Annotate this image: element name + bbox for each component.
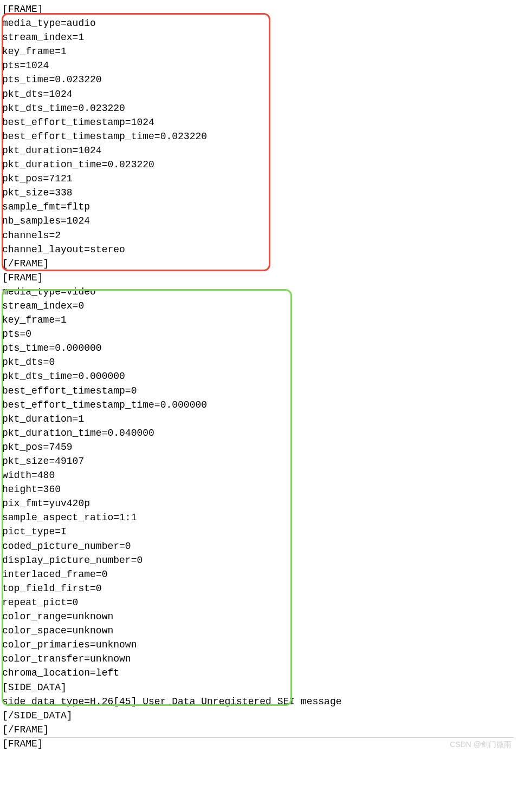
video-color-space: color_space=unknown: [2, 624, 516, 638]
video-height: height=360: [2, 482, 516, 496]
video-media-type: media_type=video: [2, 285, 516, 299]
video-color-transfer: color_transfer=unknown: [2, 652, 516, 666]
frame-open-tag-2: [FRAME]: [2, 271, 516, 285]
side-data-open-tag: [SIDE_DATA]: [2, 680, 516, 695]
audio-pkt-dts-time: pkt_dts_time=0.023220: [2, 101, 516, 115]
video-stream-index: stream_index=0: [2, 299, 516, 313]
audio-pkt-pos: pkt_pos=7121: [2, 172, 516, 186]
audio-pkt-size: pkt_size=338: [2, 186, 516, 200]
audio-pkt-dts: pkt_dts=1024: [2, 87, 516, 101]
video-coded-picture-number: coded_picture_number=0: [2, 539, 516, 553]
audio-best-effort-timestamp-time: best_effort_timestamp_time=0.023220: [2, 129, 516, 143]
video-pkt-dts-time: pkt_dts_time=0.000000: [2, 369, 516, 383]
audio-channels: channels=2: [2, 228, 516, 243]
video-top-field-first: top_field_first=0: [2, 581, 516, 595]
video-pkt-duration: pkt_duration=1: [2, 412, 516, 426]
audio-media-type: media_type=audio: [2, 16, 516, 30]
video-interlaced-frame: interlaced_frame=0: [2, 567, 516, 581]
audio-sample-fmt: sample_fmt=fltp: [2, 200, 516, 214]
bottom-divider: [4, 737, 514, 738]
audio-key-frame: key_frame=1: [2, 44, 516, 58]
video-pkt-pos: pkt_pos=7459: [2, 440, 516, 454]
frame-open-tag-3: [FRAME]: [2, 737, 516, 751]
video-color-primaries: color_primaries=unknown: [2, 638, 516, 652]
video-sample-aspect-ratio: sample_aspect_ratio=1:1: [2, 510, 516, 525]
video-best-effort-timestamp-time: best_effort_timestamp_time=0.000000: [2, 398, 516, 412]
video-pkt-size: pkt_size=49107: [2, 454, 516, 468]
video-color-range: color_range=unknown: [2, 610, 516, 624]
audio-pkt-duration: pkt_duration=1024: [2, 143, 516, 158]
video-repeat-pict: repeat_pict=0: [2, 595, 516, 610]
video-width: width=480: [2, 468, 516, 482]
audio-stream-index: stream_index=1: [2, 30, 516, 44]
video-pix-fmt: pix_fmt=yuv420p: [2, 496, 516, 510]
video-pts: pts=0: [2, 327, 516, 341]
video-display-picture-number: display_picture_number=0: [2, 553, 516, 567]
audio-channel-layout: channel_layout=stereo: [2, 243, 516, 257]
frame-open-tag: [FRAME]: [2, 2, 516, 16]
frame-close-tag-2: [/FRAME]: [2, 723, 516, 737]
frame-close-tag: [/FRAME]: [2, 257, 516, 271]
video-chroma-location: chroma_location=left: [2, 666, 516, 680]
video-pkt-dts: pkt_dts=0: [2, 355, 516, 369]
side-data-type: side_data_type=H.26[45] User Data Unregi…: [2, 695, 516, 709]
audio-best-effort-timestamp: best_effort_timestamp=1024: [2, 115, 516, 129]
audio-pts-time: pts_time=0.023220: [2, 73, 516, 87]
side-data-close-tag: [/SIDE_DATA]: [2, 709, 516, 723]
video-pts-time: pts_time=0.000000: [2, 341, 516, 355]
video-key-frame: key_frame=1: [2, 313, 516, 327]
video-pkt-duration-time: pkt_duration_time=0.040000: [2, 426, 516, 440]
video-best-effort-timestamp: best_effort_timestamp=0: [2, 384, 516, 398]
video-pict-type: pict_type=I: [2, 525, 516, 539]
audio-pts: pts=1024: [2, 58, 516, 73]
watermark-text: CSDN @剑门微雨: [450, 739, 511, 750]
audio-pkt-duration-time: pkt_duration_time=0.023220: [2, 158, 516, 172]
audio-nb-samples: nb_samples=1024: [2, 214, 516, 228]
